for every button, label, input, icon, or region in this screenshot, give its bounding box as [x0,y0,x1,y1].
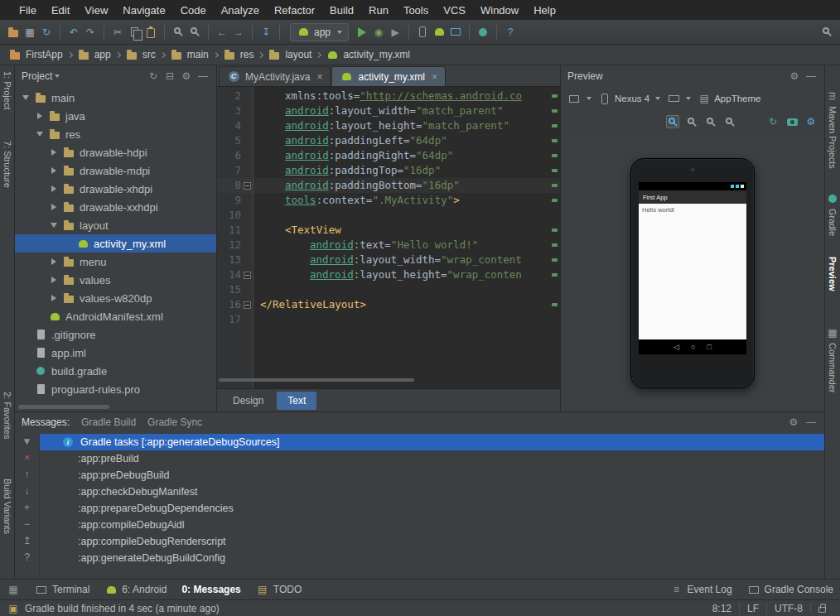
configuration-dropdown[interactable] [567,92,591,105]
tree-item-drawable-xxhdpi[interactable]: drawable-xxhdpi [15,198,216,216]
back-icon[interactable]: ← [215,26,229,39]
tab-design[interactable]: Design [222,392,274,410]
menu-code[interactable]: Code [173,2,214,19]
message-row-5[interactable]: :app:compileDebugAidl [40,517,824,533]
down-icon[interactable]: ↓ [21,484,34,498]
tree-item-main[interactable]: main [15,89,216,107]
caret-position[interactable]: 8:12 [705,603,739,614]
sdk-manager-icon[interactable] [432,26,446,39]
tree-item-proguard-rules-pro[interactable]: proguard-rules.pro [15,380,216,398]
encoding[interactable]: UTF-8 [766,603,810,614]
code-line-13[interactable]: android:layout_width="wrap_content [253,253,560,267]
code-editor[interactable]: 234567891011121314151617 xmlns:tools="ht… [217,87,560,388]
tree-toggle-icon[interactable] [50,258,58,265]
hide-icon[interactable]: — [804,70,818,83]
help-icon[interactable]: ? [21,551,34,564]
preview-settings-icon[interactable]: ⚙ [804,115,818,128]
messages-tab-gradle-sync[interactable]: Gradle Sync [147,416,202,428]
line-separator[interactable]: LF [739,603,766,614]
project-scrollbar[interactable] [18,405,109,409]
theme-dropdown[interactable]: ▤AppTheme [698,92,760,105]
write-lock-cell[interactable] [810,604,833,613]
message-row-4[interactable]: :app:prepareDebugDependencies [40,500,824,517]
tool-button-maven-projects[interactable]: mMaven Projects [825,87,840,171]
code-line-17[interactable] [253,312,560,327]
message-row-1[interactable]: :app:preBuild [40,450,824,467]
filter-icon[interactable]: ▼ [21,435,34,448]
code-line-6[interactable]: android:paddingRight="64dp" [253,148,560,163]
menu-view[interactable]: View [77,2,115,19]
fold-marker-icon[interactable] [244,182,251,190]
project-view-selector[interactable]: Project [22,70,60,82]
message-row-7[interactable]: :app:generateDebugBuildConfig [40,550,824,566]
actual-size-icon[interactable] [685,115,698,128]
settings-icon[interactable]: ⚙ [788,70,801,83]
collapse-all-icon[interactable]: ⊟ [163,70,176,83]
breadcrumb-item-main[interactable]: main [168,46,210,63]
editor-tab-activity-my-xml[interactable]: activity_my.xml× [331,66,445,86]
code-line-11[interactable]: <TextView [253,223,560,238]
gradle-console-button[interactable]: Gradle Console [747,583,833,596]
tool-button-1-project[interactable]: 1: Project [0,69,14,112]
breadcrumb-item-activity-my-xml[interactable]: activity_my.xml [324,46,411,63]
tool-switcher-icon[interactable]: ▦ [7,583,20,596]
message-row-0[interactable]: iGradle tasks [:app:generateDebugSources… [40,434,824,450]
editor-tab-myactivity-java[interactable]: CMyActivity.java× [219,66,331,86]
menu-tools[interactable]: Tools [396,2,436,19]
menu-navigate[interactable]: Navigate [115,2,172,19]
sync-icon[interactable]: ↻ [40,26,53,39]
hide-icon[interactable]: — [804,416,818,429]
up-icon[interactable]: ↑ [21,468,34,481]
settings-icon[interactable]: ⚙ [787,416,800,429]
tree-toggle-icon[interactable] [22,95,30,100]
export-icon[interactable]: ↥ [21,534,34,547]
todo-button[interactable]: ▤TODO [256,583,302,596]
breadcrumb-item-firstapp[interactable]: FirstApp [7,46,65,63]
tree-toggle-icon[interactable] [50,167,58,174]
tree-item-build-gradle[interactable]: build.gradle [15,362,216,380]
message-row-2[interactable]: :app:preDebugBuild [40,467,824,484]
menu-file[interactable]: File [12,2,44,19]
breadcrumb-item-app[interactable]: app [75,46,113,63]
tree-item-res[interactable]: res [15,125,216,143]
tree-toggle-icon[interactable] [36,132,44,137]
coverage-icon[interactable]: ▶ [389,26,402,39]
paste-icon[interactable] [144,26,157,39]
run-configuration-dropdown[interactable]: app [290,23,349,41]
save-all-icon[interactable]: ▦ [23,26,36,39]
fold-marker-icon[interactable] [244,272,251,279]
close-tab-icon[interactable]: × [432,71,437,83]
messages-tab-gradle-build[interactable]: Gradle Build [81,416,136,428]
breadcrumb-item-src[interactable]: src [123,46,157,63]
tab-text[interactable]: Text [277,392,316,410]
tree-toggle-icon[interactable] [50,185,58,192]
tree-item-activity-my-xml[interactable]: activity_my.xml [15,234,216,253]
cut-icon[interactable]: ✂ [111,26,124,39]
menu-analyze[interactable]: Analyze [214,2,267,19]
code-line-7[interactable]: android:paddingTop="16dp" [253,163,560,178]
tree-toggle-icon[interactable] [50,223,58,228]
code-line-5[interactable]: android:paddingLeft="64dp" [253,133,560,148]
make-project-icon[interactable]: ↧ [259,26,273,39]
close-icon[interactable]: × [21,451,34,464]
refresh-preview-icon[interactable]: ↻ [766,115,780,128]
tree-item-drawable-hdpi[interactable]: drawable-hdpi [15,143,216,161]
orientation-dropdown[interactable] [667,92,691,105]
tree-item-gitignore[interactable]: .gitignore [15,325,216,344]
sync-icon[interactable]: ↻ [147,70,160,83]
device-dropdown[interactable]: Nexus 4 [598,92,660,105]
screenshot-icon[interactable] [785,115,799,128]
terminal-button[interactable]: Terminal [35,583,89,596]
tree-item-values[interactable]: values [15,271,216,289]
menu-run[interactable]: Run [361,2,396,19]
close-tab-icon[interactable]: × [316,71,322,83]
tree-toggle-icon[interactable] [36,113,44,119]
zoom-out-icon[interactable] [723,115,736,128]
menu-vcs[interactable]: VCS [436,2,473,19]
tree-toggle-icon[interactable] [50,204,58,210]
code-line-14[interactable]: android:layout_height="wrap_conten [253,267,560,282]
tool-button-7-structure[interactable]: 7: Structure [0,138,14,190]
menu-refactor[interactable]: Refactor [267,2,322,19]
search-everywhere-icon[interactable] [820,26,833,39]
zoom-fit-icon[interactable] [666,115,679,128]
